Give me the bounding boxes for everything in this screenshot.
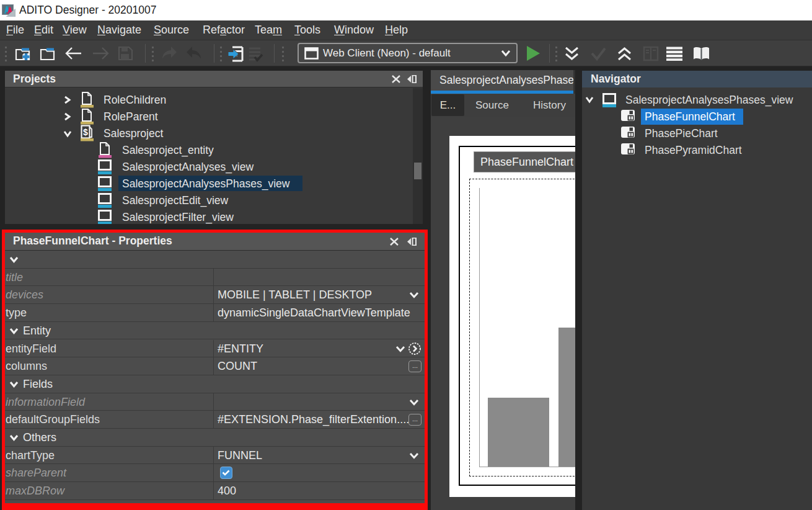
svg-text:$: $	[83, 127, 88, 137]
